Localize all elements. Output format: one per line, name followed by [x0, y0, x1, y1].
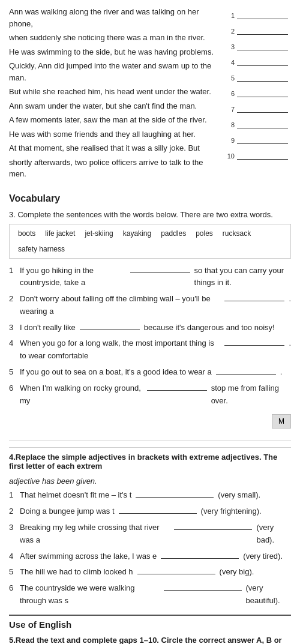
vocab-word: rucksack [220, 228, 253, 239]
answer-blank[interactable] [130, 265, 190, 273]
vocabulary-section: Vocabulary 3. Complete the sentences wit… [9, 193, 291, 435]
use-english-section: Use of English 5.Read the text and compl… [9, 615, 291, 644]
number-line: 6 [225, 84, 291, 97]
passage-numbers: 12345678910 [225, 6, 291, 182]
adj-sentence-item: 2 Doing a bungee jump was t (very fright… [9, 505, 291, 518]
number-line: 10 [225, 146, 291, 160]
vocab-sentence-item: 1 If you go hiking in the countryside, t… [9, 265, 291, 290]
number-line: 2 [225, 22, 291, 35]
adj-sentence-item: 4 After swimming across the lake, I was … [9, 550, 291, 563]
vocab-word: paddles [158, 228, 188, 239]
answer-blank[interactable] [224, 293, 284, 301]
adj-sentence-item: 1 That helmet doesn't fit me – it's t (v… [9, 489, 291, 502]
divider1 [9, 441, 291, 441]
vocab-word: boots [16, 228, 38, 239]
number-line: 5 [225, 68, 291, 82]
answer-blank[interactable] [147, 382, 207, 391]
number-line: 1 [225, 6, 291, 19]
passage-line: shortly afterwards, two police officers … [9, 157, 219, 180]
number-line: 3 [225, 37, 291, 50]
section4: 4.Replace the simple adjectives in brack… [9, 447, 291, 607]
q5-label: 5.Read the text and complete gaps 1–10. … [9, 636, 291, 644]
use-english-heading: Use of English [9, 615, 291, 630]
passage-line: At that moment, she realised that it was… [9, 142, 219, 154]
adj-sentences: 1 That helmet doesn't fit me – it's t (v… [9, 489, 291, 607]
adj-blank[interactable] [164, 582, 242, 591]
adj-blank[interactable] [174, 522, 252, 530]
vocab-sentence-item: 5 If you go out to sea on a boat, it's a… [9, 366, 291, 379]
passage-line: A few moments later, saw the man at the … [9, 114, 219, 126]
vocab-word: poles [193, 228, 215, 239]
word-box: bootslife jacketjet-skiingkayakingpaddle… [9, 224, 291, 259]
passage-text: Ann was walking along the river and was … [9, 6, 219, 182]
passage-line: Ann was walking along the river and was … [9, 6, 219, 29]
vocab-sentence-item: 3 I don't really like because it's dange… [9, 322, 291, 334]
vocab-sentence-item: 4 When you go for a long walk, the most … [9, 337, 291, 363]
number-line: 4 [225, 53, 291, 66]
vocab-sentence-item: 6 When I'm walking on rocky ground, my s… [9, 382, 291, 408]
adj-sentence-item: 3 Breaking my leg while crossing that ri… [9, 522, 291, 547]
passage-line: He was with some friends and they all la… [9, 128, 219, 140]
passage-line: But while she reached him, his head went… [9, 86, 219, 98]
section4-heading: 4.Replace the simple adjectives in brack… [9, 447, 291, 471]
adj-blank[interactable] [161, 550, 239, 559]
number-line: 8 [225, 115, 291, 128]
adj-blank[interactable] [136, 489, 214, 498]
passage-line: when suddenly she noticing there was a m… [9, 32, 219, 44]
vocab-sentence-item: 2 Don't worry about falling off the clim… [9, 293, 291, 318]
vocab-sentences: 1 If you go hiking in the countryside, t… [9, 265, 291, 408]
vocab-word: life jacket [43, 228, 77, 239]
number-line: 9 [225, 131, 291, 144]
vocab-word: safety harness [16, 244, 67, 254]
number-line: 7 [225, 100, 291, 113]
adj-note: adjective has been given. [9, 477, 291, 486]
q3-label: 3. Complete the sentences with the words… [9, 210, 291, 219]
adj-sentence-item: 5 The hill we had to climb looked h (ver… [9, 566, 291, 579]
vocab-word: kayaking [121, 228, 154, 239]
passage-line: Quickly, Ann did jumped into the water a… [9, 60, 219, 83]
passage-section: Ann was walking along the river and was … [9, 6, 291, 182]
vocab-heading: Vocabulary [9, 193, 291, 204]
more-button[interactable]: M [272, 414, 291, 429]
vocab-word: jet-skiing [82, 228, 115, 239]
adj-blank[interactable] [137, 566, 215, 574]
answer-blank[interactable] [80, 322, 140, 330]
passage-line: He was swimming to the side, but he was … [9, 46, 219, 58]
adj-blank[interactable] [119, 505, 197, 514]
answer-blank[interactable] [224, 337, 284, 346]
adj-sentence-item: 6 The countryside we were walking throug… [9, 582, 291, 607]
answer-blank[interactable] [216, 366, 276, 375]
passage-line: Ann swam under the water, but she can't … [9, 100, 219, 112]
adj-section: adjective has been given. 1 That helmet … [9, 477, 291, 607]
